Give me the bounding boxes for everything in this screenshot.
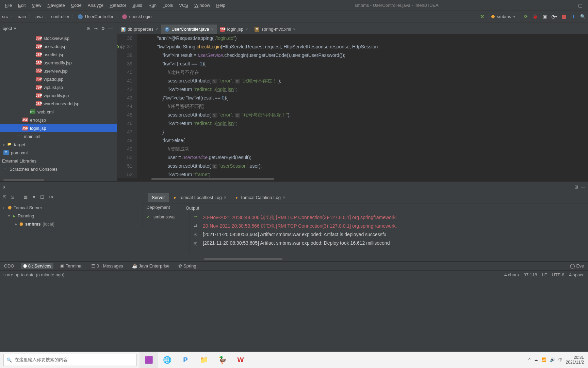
tray-cloud-icon[interactable]: ☁ <box>534 357 538 362</box>
rerun-icon[interactable]: ⟳ <box>523 14 529 20</box>
tray-ime[interactable]: 中 <box>558 357 562 363</box>
status-sep[interactable]: LF <box>542 272 547 277</box>
tree-item[interactable]: ▫Scratches and Consoles <box>0 165 117 173</box>
maximize-icon[interactable]: ▢ <box>578 3 583 8</box>
crumb-controller[interactable]: controller <box>51 14 69 19</box>
tray-wifi-icon[interactable]: 📶 <box>541 357 546 362</box>
app-intellij[interactable]: 🟪 <box>140 352 158 368</box>
grid-icon[interactable]: ▦ <box>23 195 28 200</box>
app-chrome[interactable]: 🌐 <box>158 352 176 368</box>
search-icon[interactable]: 🔍 <box>580 14 586 20</box>
javaee-tool[interactable]: ☕ Java Enterprise <box>130 263 172 269</box>
crumb-java[interactable]: java <box>35 14 43 19</box>
tree-item[interactable]: JSPuseradd.jsp <box>0 42 117 50</box>
locate-icon[interactable]: ⊕ <box>84 26 92 31</box>
add-icon[interactable]: +▾ <box>48 195 53 200</box>
menu-vcs[interactable]: VCS <box>176 1 191 9</box>
project-label[interactable]: oject <box>3 26 12 31</box>
terminal-tool[interactable]: ▣ Terminal <box>58 263 84 269</box>
tray-up-icon[interactable]: ^ <box>528 357 530 362</box>
hide-icon[interactable]: — <box>581 184 585 189</box>
tree-item[interactable]: JSPuserlist.jsp <box>0 50 117 59</box>
status-encoding[interactable]: UTF-8 <box>552 272 565 277</box>
menu-view[interactable]: View <box>29 1 44 9</box>
stop-icon[interactable] <box>561 14 567 20</box>
app-duck[interactable]: 🦆 <box>213 352 231 368</box>
menu-edit[interactable]: Edit <box>15 1 28 9</box>
app-wps[interactable]: W <box>231 352 250 368</box>
services-tool[interactable]: ⬣ 8: Services <box>21 263 53 269</box>
tree-item[interactable]: JSPlogin.jsp <box>0 124 117 132</box>
tree-item[interactable]: ▸📁target <box>0 140 117 149</box>
console-output[interactable]: 20-Nov-2021 20:30:48.006 淇℃伅 [RMI TCP Co… <box>201 212 588 258</box>
crumb-class[interactable]: UserController <box>85 14 114 19</box>
expand-icon[interactable]: ⇱ <box>3 195 6 200</box>
code-editor[interactable]: 36✿@37383940414243444546474849505152 "an… <box>117 34 588 178</box>
windows-search[interactable]: 🔍 在这里输入你要搜索的内容 <box>3 354 137 366</box>
tree-item[interactable]: JSPerror.jsp <box>0 116 117 124</box>
run-config-selector[interactable]: ⬣ smbms ▾ <box>489 13 519 20</box>
close-icon[interactable]: × <box>283 195 285 200</box>
hide-icon[interactable]: — <box>107 26 114 31</box>
status-caret[interactable]: 37:118 <box>524 272 537 277</box>
collapse-icon[interactable]: ⇲ <box>11 195 14 200</box>
close-icon[interactable]: × <box>224 195 227 200</box>
close-icon[interactable]: × <box>293 27 296 32</box>
messages-tool[interactable]: ☰ 0: Messages <box>89 263 125 269</box>
menu-analyze[interactable]: Analyze <box>85 1 106 9</box>
tree-item[interactable]: JSPwarehouseadd.jsp <box>0 99 117 108</box>
config-node[interactable]: ▸⬣ smbms [local] <box>0 220 143 228</box>
code-lines[interactable]: "ann">@RequestMapping("/login.do") "kw">… <box>137 34 588 178</box>
crumb-method[interactable]: checkLogin <box>129 14 152 19</box>
gear-icon[interactable]: ⚙ <box>99 26 107 31</box>
menu-build[interactable]: Build <box>130 1 145 9</box>
profiler-icon[interactable]: ◔▾ <box>551 14 557 20</box>
tree-item[interactable]: JSPvipmodify.jsp <box>0 91 117 99</box>
menu-file[interactable]: File <box>2 1 15 9</box>
editor-tab[interactable]: CUserController.java× <box>161 25 217 34</box>
tab-catalina-log[interactable]: ▸Tomcat Catalina Log× <box>232 193 289 202</box>
running-node[interactable]: ▾▸ Running <box>0 212 143 220</box>
tomcat-server-node[interactable]: ▸⬣ Tomcat Server <box>0 203 143 212</box>
coverage-icon[interactable]: ▣ <box>542 14 548 20</box>
update-icon[interactable]: ⬇ <box>570 14 576 20</box>
debug-icon[interactable]: 🐞 <box>532 14 538 20</box>
services-tree[interactable]: ▸⬣ Tomcat Server ▾▸ Running ▸⬣ smbms [lo… <box>0 202 143 229</box>
menu-navigate[interactable]: Navigate <box>45 1 67 9</box>
tree-item[interactable]: JSPvipadd.jsp <box>0 75 117 83</box>
spring-tool[interactable]: ✿ Spring <box>176 263 198 269</box>
down-icon[interactable]: ⇄ <box>194 223 197 228</box>
settings-icon[interactable]: ⊞ <box>574 184 578 189</box>
close-icon[interactable]: × <box>211 27 213 32</box>
collapse-icon[interactable]: ⇥ <box>92 26 99 31</box>
tree-item[interactable]: xmlweb.xml <box>0 108 117 116</box>
todo-tool[interactable]: ODO <box>2 263 16 269</box>
tree-item[interactable]: JSPvipList.jsp <box>0 83 117 91</box>
close-icon[interactable]: × <box>156 27 158 32</box>
tray-clock[interactable]: 20:31 2021/11/2 <box>566 355 584 365</box>
menu-refactor[interactable]: Refactor <box>107 1 129 9</box>
filter-icon[interactable]: ▼ <box>32 195 36 200</box>
tray-volume-icon[interactable]: 🔊 <box>550 357 555 362</box>
tree-item[interactable]: JSPusermodify.jsp <box>0 59 117 67</box>
tree-item[interactable]: mpom.xml <box>0 149 117 157</box>
app-explorer[interactable]: 📁 <box>195 352 213 368</box>
close-icon[interactable]: × <box>245 27 248 32</box>
restart-icon[interactable]: ⟲ <box>194 232 197 237</box>
editor-scrollbar-h[interactable] <box>117 178 588 181</box>
crumb-src[interactable]: src <box>2 14 8 19</box>
menu-help[interactable]: Help <box>213 1 228 9</box>
tree-item[interactable]: ▫main.iml <box>0 132 117 140</box>
project-scrollbar[interactable] <box>0 178 117 181</box>
up-icon[interactable]: ⇥ <box>194 214 197 219</box>
output-scrollbar[interactable] <box>201 258 588 261</box>
editor-tab[interactable]: JSPlogin.jsp× <box>217 25 251 34</box>
minimize-icon[interactable]: — <box>569 3 573 8</box>
event-log-tool[interactable]: ◯ Eve <box>568 263 586 269</box>
tree-item[interactable]: JSPuserview.jsp <box>0 67 117 75</box>
tree-item[interactable]: External Libraries <box>0 157 117 165</box>
chevron-down-icon[interactable]: ▾ <box>14 26 16 31</box>
status-indent[interactable]: 4 space <box>569 272 585 277</box>
editor-tab[interactable]: 📊db.properties× <box>117 25 161 34</box>
crumb-main[interactable]: main <box>16 14 26 19</box>
